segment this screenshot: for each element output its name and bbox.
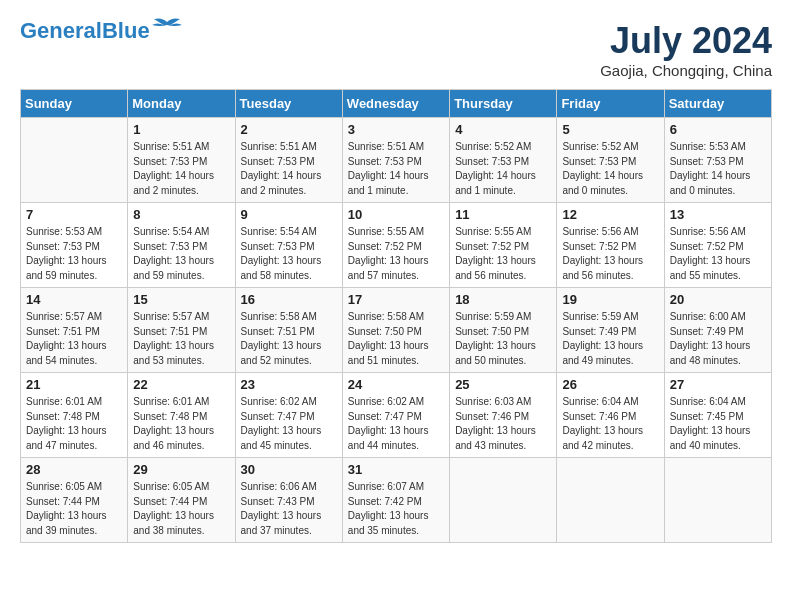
calendar-cell: 24Sunrise: 6:02 AMSunset: 7:47 PMDayligh… [342,373,449,458]
calendar-cell: 15Sunrise: 5:57 AMSunset: 7:51 PMDayligh… [128,288,235,373]
calendar-cell: 14Sunrise: 5:57 AMSunset: 7:51 PMDayligh… [21,288,128,373]
col-saturday: Saturday [664,90,771,118]
calendar-cell: 7Sunrise: 5:53 AMSunset: 7:53 PMDaylight… [21,203,128,288]
day-number: 3 [348,122,444,137]
day-info: Sunrise: 5:55 AMSunset: 7:52 PMDaylight:… [348,225,444,283]
day-info: Sunrise: 5:59 AMSunset: 7:50 PMDaylight:… [455,310,551,368]
calendar-table: Sunday Monday Tuesday Wednesday Thursday… [20,89,772,543]
day-info: Sunrise: 6:04 AMSunset: 7:45 PMDaylight:… [670,395,766,453]
calendar-cell: 4Sunrise: 5:52 AMSunset: 7:53 PMDaylight… [450,118,557,203]
calendar-cell [21,118,128,203]
day-number: 18 [455,292,551,307]
day-info: Sunrise: 5:56 AMSunset: 7:52 PMDaylight:… [670,225,766,283]
day-number: 22 [133,377,229,392]
day-number: 8 [133,207,229,222]
day-info: Sunrise: 6:03 AMSunset: 7:46 PMDaylight:… [455,395,551,453]
calendar-week-5: 28Sunrise: 6:05 AMSunset: 7:44 PMDayligh… [21,458,772,543]
day-number: 6 [670,122,766,137]
logo-text: GeneralBlue [20,20,150,42]
calendar-cell: 5Sunrise: 5:52 AMSunset: 7:53 PMDaylight… [557,118,664,203]
day-number: 27 [670,377,766,392]
day-info: Sunrise: 5:58 AMSunset: 7:50 PMDaylight:… [348,310,444,368]
calendar-week-3: 14Sunrise: 5:57 AMSunset: 7:51 PMDayligh… [21,288,772,373]
day-info: Sunrise: 6:07 AMSunset: 7:42 PMDaylight:… [348,480,444,538]
day-info: Sunrise: 5:53 AMSunset: 7:53 PMDaylight:… [670,140,766,198]
col-friday: Friday [557,90,664,118]
day-number: 28 [26,462,122,477]
day-number: 15 [133,292,229,307]
calendar-week-2: 7Sunrise: 5:53 AMSunset: 7:53 PMDaylight… [21,203,772,288]
day-info: Sunrise: 5:55 AMSunset: 7:52 PMDaylight:… [455,225,551,283]
calendar-cell: 9Sunrise: 5:54 AMSunset: 7:53 PMDaylight… [235,203,342,288]
day-number: 4 [455,122,551,137]
day-info: Sunrise: 5:58 AMSunset: 7:51 PMDaylight:… [241,310,337,368]
day-info: Sunrise: 5:52 AMSunset: 7:53 PMDaylight:… [562,140,658,198]
calendar-cell: 20Sunrise: 6:00 AMSunset: 7:49 PMDayligh… [664,288,771,373]
day-info: Sunrise: 5:51 AMSunset: 7:53 PMDaylight:… [241,140,337,198]
calendar-cell: 22Sunrise: 6:01 AMSunset: 7:48 PMDayligh… [128,373,235,458]
calendar-cell: 2Sunrise: 5:51 AMSunset: 7:53 PMDaylight… [235,118,342,203]
day-info: Sunrise: 6:05 AMSunset: 7:44 PMDaylight:… [26,480,122,538]
day-info: Sunrise: 6:01 AMSunset: 7:48 PMDaylight:… [133,395,229,453]
day-number: 23 [241,377,337,392]
calendar-cell [557,458,664,543]
day-number: 1 [133,122,229,137]
calendar-cell: 23Sunrise: 6:02 AMSunset: 7:47 PMDayligh… [235,373,342,458]
calendar-cell: 12Sunrise: 5:56 AMSunset: 7:52 PMDayligh… [557,203,664,288]
day-info: Sunrise: 6:01 AMSunset: 7:48 PMDaylight:… [26,395,122,453]
day-number: 7 [26,207,122,222]
calendar-cell: 31Sunrise: 6:07 AMSunset: 7:42 PMDayligh… [342,458,449,543]
calendar-body: 1Sunrise: 5:51 AMSunset: 7:53 PMDaylight… [21,118,772,543]
calendar-cell: 16Sunrise: 5:58 AMSunset: 7:51 PMDayligh… [235,288,342,373]
calendar-cell: 25Sunrise: 6:03 AMSunset: 7:46 PMDayligh… [450,373,557,458]
calendar-cell: 28Sunrise: 6:05 AMSunset: 7:44 PMDayligh… [21,458,128,543]
day-info: Sunrise: 6:04 AMSunset: 7:46 PMDaylight:… [562,395,658,453]
day-number: 29 [133,462,229,477]
day-info: Sunrise: 5:57 AMSunset: 7:51 PMDaylight:… [133,310,229,368]
col-thursday: Thursday [450,90,557,118]
calendar-cell: 17Sunrise: 5:58 AMSunset: 7:50 PMDayligh… [342,288,449,373]
col-sunday: Sunday [21,90,128,118]
day-number: 12 [562,207,658,222]
col-monday: Monday [128,90,235,118]
calendar-cell: 3Sunrise: 5:51 AMSunset: 7:53 PMDaylight… [342,118,449,203]
day-number: 10 [348,207,444,222]
day-info: Sunrise: 6:06 AMSunset: 7:43 PMDaylight:… [241,480,337,538]
day-info: Sunrise: 6:00 AMSunset: 7:49 PMDaylight:… [670,310,766,368]
calendar-cell: 21Sunrise: 6:01 AMSunset: 7:48 PMDayligh… [21,373,128,458]
header-row: Sunday Monday Tuesday Wednesday Thursday… [21,90,772,118]
page-header: GeneralBlue July 2024 Gaojia, Chongqing,… [20,20,772,79]
calendar-cell: 29Sunrise: 6:05 AMSunset: 7:44 PMDayligh… [128,458,235,543]
day-number: 17 [348,292,444,307]
day-number: 11 [455,207,551,222]
col-wednesday: Wednesday [342,90,449,118]
day-info: Sunrise: 5:54 AMSunset: 7:53 PMDaylight:… [133,225,229,283]
day-info: Sunrise: 5:56 AMSunset: 7:52 PMDaylight:… [562,225,658,283]
calendar-cell: 30Sunrise: 6:06 AMSunset: 7:43 PMDayligh… [235,458,342,543]
calendar-cell: 11Sunrise: 5:55 AMSunset: 7:52 PMDayligh… [450,203,557,288]
calendar-cell: 27Sunrise: 6:04 AMSunset: 7:45 PMDayligh… [664,373,771,458]
day-info: Sunrise: 5:51 AMSunset: 7:53 PMDaylight:… [348,140,444,198]
calendar-cell [450,458,557,543]
day-info: Sunrise: 5:59 AMSunset: 7:49 PMDaylight:… [562,310,658,368]
day-number: 2 [241,122,337,137]
calendar-cell: 6Sunrise: 5:53 AMSunset: 7:53 PMDaylight… [664,118,771,203]
calendar-cell: 1Sunrise: 5:51 AMSunset: 7:53 PMDaylight… [128,118,235,203]
day-number: 13 [670,207,766,222]
day-number: 31 [348,462,444,477]
day-number: 21 [26,377,122,392]
day-number: 20 [670,292,766,307]
day-number: 26 [562,377,658,392]
title-block: July 2024 Gaojia, Chongqing, China [600,20,772,79]
day-info: Sunrise: 5:54 AMSunset: 7:53 PMDaylight:… [241,225,337,283]
calendar-week-1: 1Sunrise: 5:51 AMSunset: 7:53 PMDaylight… [21,118,772,203]
calendar-cell: 13Sunrise: 5:56 AMSunset: 7:52 PMDayligh… [664,203,771,288]
logo: GeneralBlue [20,20,182,42]
day-number: 19 [562,292,658,307]
day-number: 14 [26,292,122,307]
day-info: Sunrise: 5:52 AMSunset: 7:53 PMDaylight:… [455,140,551,198]
calendar-cell [664,458,771,543]
day-info: Sunrise: 6:05 AMSunset: 7:44 PMDaylight:… [133,480,229,538]
day-info: Sunrise: 5:57 AMSunset: 7:51 PMDaylight:… [26,310,122,368]
day-info: Sunrise: 6:02 AMSunset: 7:47 PMDaylight:… [241,395,337,453]
